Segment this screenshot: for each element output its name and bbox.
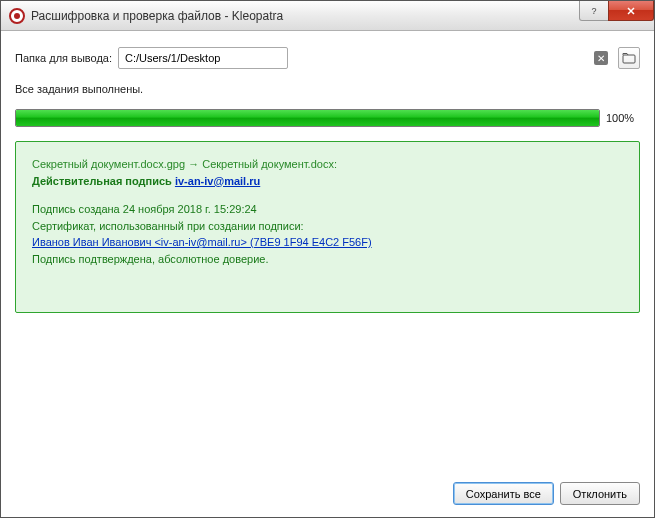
content-area: Папка для вывода: ✕ Все задания выполнен… — [1, 31, 654, 517]
cert-used-label: Сертификат, использованный при создании … — [32, 218, 623, 235]
status-text: Все задания выполнены. — [15, 83, 640, 95]
output-row: Папка для вывода: ✕ — [15, 47, 640, 69]
svg-point-1 — [14, 13, 20, 19]
app-icon — [9, 8, 25, 24]
clear-icon[interactable]: ✕ — [594, 51, 608, 65]
cert-link[interactable]: Иванов Иван Иванович <iv-an-iv@mail.ru> … — [32, 236, 372, 248]
valid-prefix: Действительная подпись — [32, 175, 175, 187]
window-buttons: ? — [580, 1, 654, 30]
signature-created: Подпись создана 24 ноября 2018 г. 15:29:… — [32, 201, 623, 218]
button-row: Сохранить все Отклонить — [15, 470, 640, 505]
close-button[interactable] — [608, 1, 654, 21]
help-button[interactable]: ? — [579, 1, 609, 21]
progress-fill — [16, 110, 599, 126]
output-label: Папка для вывода: — [15, 52, 112, 64]
reject-button[interactable]: Отклонить — [560, 482, 640, 505]
trust-line: Подпись подтверждена, абсолютное доверие… — [32, 251, 623, 268]
valid-email-link[interactable]: iv-an-iv@mail.ru — [175, 175, 260, 187]
window-title: Расшифровка и проверка файлов - Kleopatr… — [31, 9, 580, 23]
result-file-line: Секретный документ.docx.gpg → Секретный … — [32, 156, 623, 173]
path-wrapper: ✕ — [118, 47, 612, 69]
svg-rect-5 — [623, 55, 635, 63]
output-path-input[interactable] — [118, 47, 288, 69]
window: Расшифровка и проверка файлов - Kleopatr… — [0, 0, 655, 518]
titlebar: Расшифровка и проверка файлов - Kleopatr… — [1, 1, 654, 31]
svg-text:?: ? — [591, 6, 596, 16]
save-all-button[interactable]: Сохранить все — [453, 482, 554, 505]
progress-percent: 100% — [606, 112, 640, 124]
result-box: Секретный документ.docx.gpg → Секретный … — [15, 141, 640, 313]
progress-row: 100% — [15, 109, 640, 127]
browse-button[interactable] — [618, 47, 640, 69]
valid-signature-line: Действительная подпись iv-an-iv@mail.ru — [32, 173, 623, 190]
progress-bar — [15, 109, 600, 127]
